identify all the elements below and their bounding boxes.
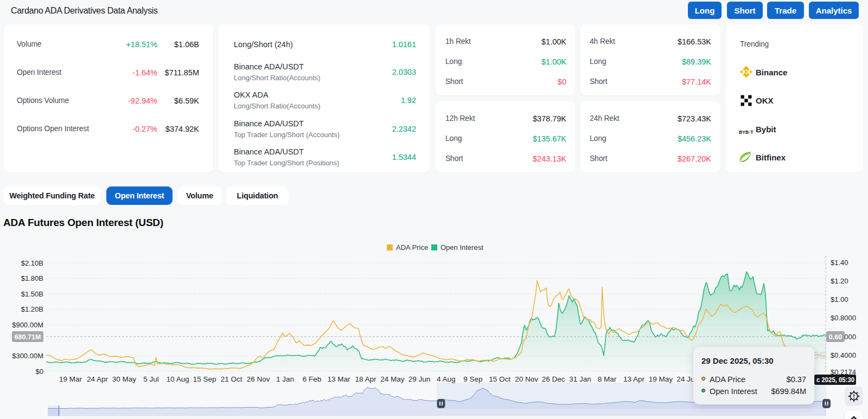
svg-text:$0.4000: $0.4000 [831,351,856,359]
svg-text:$0.8000: $0.8000 [831,314,856,322]
svg-text:9 Sep: 9 Sep [463,375,482,383]
svg-text:20 Nov: 20 Nov [515,375,538,383]
svg-text:19 May: 19 May [649,375,673,383]
svg-text:30 May: 30 May [112,375,137,383]
svg-text:15 Sep: 15 Sep [193,375,216,383]
svg-text:$1.50B: $1.50B [21,290,43,298]
svg-text:$300.00M: $300.00M [12,352,43,360]
svg-text:$1.20: $1.20 [831,277,848,285]
svg-text:$1.40: $1.40 [831,259,848,267]
svg-text:29 Jun: 29 Jun [409,375,431,383]
svg-text:$1.00: $1.00 [831,295,848,304]
svg-text:$0: $0 [36,368,43,376]
svg-text:8 Mar: 8 Mar [598,375,617,383]
svg-text:4 Aug: 4 Aug [437,375,456,383]
svg-text:24 May: 24 May [380,375,405,383]
svg-text:26 Nov: 26 Nov [247,375,270,383]
svg-text:31 Jan: 31 Jan [569,375,591,383]
svg-text:c 2025, 05:30: c 2025, 05:30 [816,376,854,384]
svg-text:$1.20B: $1.20B [21,305,43,313]
svg-text:1 Jan: 1 Jan [276,375,294,383]
svg-text:13 Apr: 13 Apr [623,375,645,383]
svg-text:18 Apr: 18 Apr [355,375,376,383]
svg-text:15 Oct: 15 Oct [489,375,510,383]
svg-text:26 Dec: 26 Dec [542,375,565,383]
svg-text:21 Oct: 21 Oct [221,375,242,383]
svg-text:$1.80B: $1.80B [21,274,43,282]
svg-text:10 Aug: 10 Aug [167,375,189,383]
svg-text:6 Feb: 6 Feb [303,375,322,383]
svg-text:24 Apr: 24 Apr [87,375,108,383]
svg-text:0.60: 0.60 [829,333,842,341]
svg-text:19 Mar: 19 Mar [59,375,82,383]
svg-text:$900.00M: $900.00M [12,321,43,329]
svg-text:5 Jul: 5 Jul [143,375,159,383]
svg-text:13 Mar: 13 Mar [327,375,350,383]
svg-text:680.71M: 680.71M [15,333,41,341]
svg-text:$2.10B: $2.10B [21,259,43,267]
